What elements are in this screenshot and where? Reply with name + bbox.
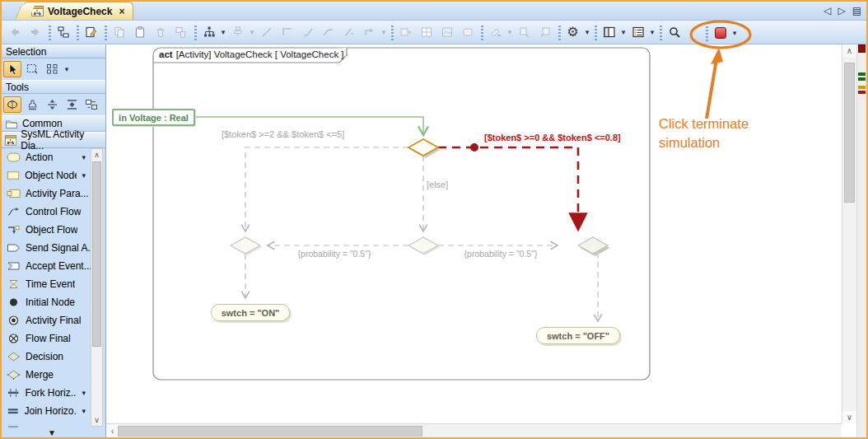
canvas-scroll-up-icon[interactable]: ∧: [842, 44, 856, 57]
canvas-horizontal-scrollbar[interactable]: ‹ ›: [106, 423, 842, 438]
canvas-scroll-left-icon[interactable]: ‹: [106, 424, 119, 438]
palette-item-label: Activity Para...: [26, 188, 89, 199]
canvas-vertical-scrollbar[interactable]: ∧ ∨: [842, 44, 856, 423]
palette-item-label: Send Signal A...: [26, 242, 96, 254]
copy-format-button[interactable]: [515, 23, 534, 42]
distribute-vertical-button[interactable]: [43, 96, 61, 113]
windows-dropdown-icon[interactable]: ▾: [619, 28, 628, 36]
palette-section-selection[interactable]: Selection: [2, 44, 105, 58]
terminate-simulation-button[interactable]: [711, 23, 730, 42]
terminate-dropdown-icon[interactable]: ▾: [730, 29, 739, 37]
marker-yellow[interactable]: [858, 86, 866, 89]
canvas-hscroll-thumb[interactable]: [118, 426, 422, 437]
painter-dropdown-icon[interactable]: ▾: [506, 28, 514, 36]
marker-green[interactable]: [858, 72, 866, 76]
diagram-canvas[interactable]: act[Activity] VoltageCheck [ VoltageChec…: [105, 44, 866, 438]
tab-scroll-left-icon[interactable]: ◁: [824, 5, 831, 16]
magicdraw-window: VoltageCheck × ◁ ▷ ▤: [0, 0, 868, 439]
reroute-path-icon: [363, 26, 376, 39]
draw-mixed-line-button[interactable]: [339, 23, 358, 42]
send-signal-icon: [7, 243, 21, 253]
trace-tool-button[interactable]: [3, 96, 21, 113]
layout-tree-button[interactable]: [199, 23, 218, 42]
guard-label-else[interactable]: [else]: [427, 180, 448, 189]
tab-scroll-right-icon[interactable]: ▷: [838, 5, 845, 16]
paste-button[interactable]: [130, 23, 149, 42]
draw-rectilinear-line-button[interactable]: [278, 23, 296, 42]
containment-tree-button[interactable]: [54, 23, 72, 42]
palette-scrollbar-thumb[interactable]: [92, 161, 101, 347]
guard-label-token-active[interactable]: [$token$ >=0 && $token$ <=0.8]: [484, 133, 621, 142]
layout-dropdown-icon[interactable]: ▾: [219, 28, 227, 36]
delete-button[interactable]: [151, 23, 170, 42]
draw-curved-line-button[interactable]: [319, 23, 338, 42]
diagram-drawing-area[interactable]: act[Activity] VoltageCheck [ VoltageChec…: [106, 44, 842, 423]
group-select-button[interactable]: [43, 61, 61, 77]
paste-format-button[interactable]: [535, 23, 554, 42]
canvas-vscroll-thumb[interactable]: [844, 63, 855, 203]
canvas-scroll-down-icon[interactable]: ∨: [842, 411, 856, 423]
marker-dark-red[interactable]: [858, 91, 866, 94]
palette-scrollbar[interactable]: ∧ ∨: [91, 148, 103, 427]
select-cursor-button[interactable]: [3, 61, 21, 77]
options-dropdown-icon[interactable]: ▾: [583, 28, 591, 36]
format-painter-icon: [489, 26, 502, 39]
tab-close-icon[interactable]: ×: [119, 6, 124, 17]
tab-list-icon[interactable]: ▤: [852, 5, 861, 16]
action-switch-off[interactable]: swtch = "OFF": [536, 327, 620, 344]
action-switch-on[interactable]: swtch = "ON": [211, 304, 290, 321]
format-painter-button[interactable]: [486, 23, 505, 42]
show-list-button[interactable]: [628, 23, 647, 42]
palette-item-label: Accept Event...: [26, 260, 92, 272]
palette-scroll-up-icon[interactable]: ∧: [91, 149, 102, 161]
probability-label-left[interactable]: {probability = "0.5"}: [289, 249, 380, 259]
reroute-path-button[interactable]: [360, 23, 379, 42]
tab-voltagecheck[interactable]: VoltageCheck ×: [24, 2, 133, 20]
draw-diagonal-line-button[interactable]: [257, 23, 276, 42]
show-grid-button[interactable]: [417, 23, 436, 42]
insert-image-button[interactable]: [437, 23, 456, 42]
paste-icon: [133, 26, 147, 39]
activity-parameter-node[interactable]: in Voltage : Real: [112, 109, 195, 126]
marker-red[interactable]: [858, 44, 866, 53]
shape-icon: [461, 26, 474, 39]
diagram-tab-bar: VoltageCheck × ◁ ▷ ▤: [2, 2, 866, 21]
palette-folder-sysml-activity[interactable]: SysML Activity Dia...: [2, 132, 105, 148]
align-dropdown-icon[interactable]: ▾: [248, 28, 256, 36]
merge-icon: [7, 370, 21, 380]
copy-button[interactable]: [110, 23, 128, 42]
list-dropdown-icon[interactable]: ▾: [648, 28, 656, 36]
make-same-size-button[interactable]: [396, 23, 415, 42]
palette-item-label: Join Horizo...: [25, 405, 77, 417]
forward-button[interactable]: [26, 23, 44, 42]
stamp-tool-button[interactable]: [23, 96, 41, 113]
guard-label-left[interactable]: [$token$ >=2 && $token$ <=5]: [222, 129, 344, 139]
dropdown-icon[interactable]: ▾: [82, 389, 86, 397]
dropdown-icon[interactable]: ▾: [82, 171, 86, 180]
marquee-select-button[interactable]: [23, 61, 41, 77]
palette-item-label: Time Event: [26, 278, 75, 290]
search-button[interactable]: [665, 23, 684, 42]
swap-elements-button[interactable]: [82, 96, 100, 113]
palette-section-tools[interactable]: Tools: [2, 80, 105, 94]
show-windows-button[interactable]: [600, 23, 618, 42]
layout-tree-icon: [203, 26, 216, 39]
compress-vertical-button[interactable]: [63, 96, 81, 113]
selection-dropdown-icon[interactable]: ▾: [63, 65, 71, 73]
reroute-dropdown-icon[interactable]: ▾: [380, 28, 388, 36]
join-horizontal-icon: [7, 406, 20, 416]
dropdown-icon[interactable]: ▾: [82, 153, 86, 161]
tools-row: [2, 94, 105, 115]
marker-green[interactable]: [858, 77, 866, 81]
dropdown-icon[interactable]: ▾: [82, 407, 86, 415]
draw-oblique-line-button[interactable]: [298, 23, 317, 42]
diagram-properties-button[interactable]: [82, 23, 100, 42]
palette-scroll-down-icon[interactable]: ∨: [91, 414, 102, 426]
palette-more-icon[interactable]: ▼: [43, 428, 61, 437]
align-button[interactable]: [228, 23, 247, 42]
probability-label-right[interactable]: {probability = "0.5"}: [455, 249, 546, 259]
delete-from-diagram-button[interactable]: [171, 23, 190, 42]
diagram-options-button[interactable]: ⚙: [563, 23, 582, 42]
show-shape-button[interactable]: [458, 23, 477, 42]
back-button[interactable]: [5, 23, 24, 42]
